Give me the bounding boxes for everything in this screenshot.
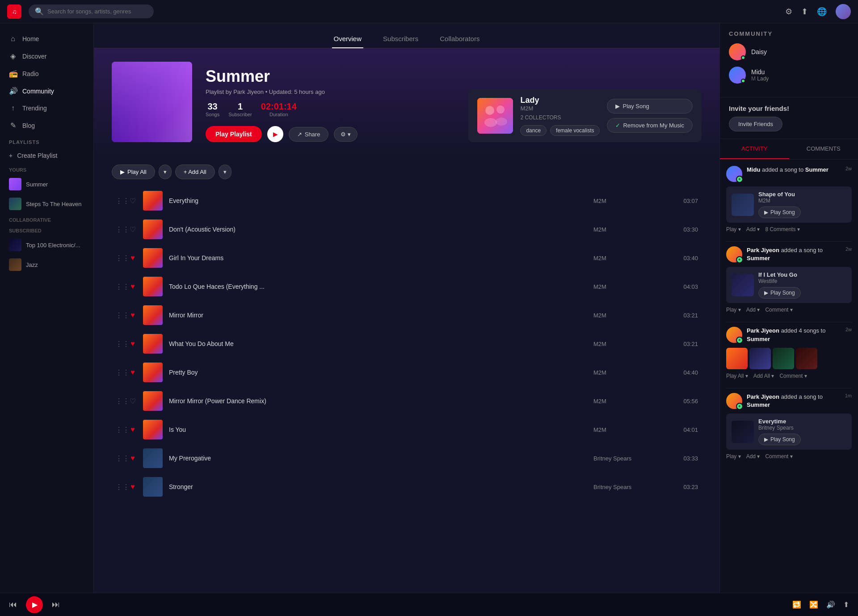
search-input[interactable] (47, 8, 147, 15)
song-thumb (143, 448, 163, 468)
shuffle-icon[interactable]: 🔀 (809, 600, 818, 609)
play-all-action[interactable]: Play All ▾ (726, 373, 748, 379)
heart-button[interactable]: ♥ (129, 311, 137, 319)
sidebar-item-radio[interactable]: 📻 Radio (0, 65, 93, 82)
sidebar-item-blog[interactable]: ✎ Blog (0, 117, 93, 134)
add-action[interactable]: Add ▾ (746, 307, 760, 313)
add-all-action[interactable]: Add All ▾ (753, 373, 774, 379)
song-row[interactable]: ⋮⋮ ♡ Everything M2M 03:07 (112, 186, 702, 215)
song-row[interactable]: ⋮⋮ ♥ My Prerogative Britney Spears 03:33 (112, 444, 702, 473)
sidebar-item-radio-label: Radio (22, 70, 39, 77)
prev-button[interactable]: ⏮ (9, 600, 17, 609)
song-row[interactable]: ⋮⋮ ♥ Is You M2M 04:01 (112, 415, 702, 444)
add-all-button[interactable]: + Add All (175, 165, 215, 179)
sidebar-item-community[interactable]: 🔊 Community (0, 82, 93, 100)
settings-icon[interactable]: ⚙ (785, 7, 792, 17)
play-small-icon: ▶ (764, 290, 768, 296)
heart-button[interactable]: ♥ (129, 254, 137, 262)
song-row[interactable]: ⋮⋮ ♥ Mirror Mirror M2M 03:21 (112, 301, 702, 329)
create-playlist-button[interactable]: + Create Playlist (0, 148, 93, 164)
heart-button[interactable]: ♡ (129, 197, 137, 205)
play-song-small-button[interactable]: ▶ Play Song (758, 434, 801, 445)
globe-icon[interactable]: 🌐 (817, 7, 827, 17)
play-all-button[interactable]: ▶ Play All (112, 165, 155, 179)
tab-overview[interactable]: Overview (332, 30, 364, 48)
search-bar[interactable]: 🔍 (29, 4, 154, 18)
comment-action[interactable]: Comment ▾ (765, 453, 792, 460)
play-circle-button[interactable]: ▶ (267, 126, 283, 142)
invite-friends-button[interactable]: Invite Friends (729, 117, 782, 131)
share-button[interactable]: ↗ Share (289, 127, 329, 142)
heart-button[interactable]: ♡ (129, 397, 137, 405)
drag-handle[interactable]: ⋮⋮ (115, 340, 122, 348)
song-card-title: Shape of You (758, 191, 846, 198)
heart-button[interactable]: ♥ (129, 483, 137, 491)
sidebar-playlist-jazz[interactable]: Jazz (0, 255, 93, 274)
upload-icon[interactable]: ⬆ (801, 7, 808, 17)
sidebar-playlist-summer[interactable]: Summer (0, 174, 93, 194)
drag-handle[interactable]: ⋮⋮ (115, 225, 122, 234)
drag-handle[interactable]: ⋮⋮ (115, 283, 122, 291)
repeat-icon[interactable]: 🔁 (792, 600, 801, 609)
sidebar-item-discover[interactable]: ◈ Discover (0, 47, 93, 65)
song-row[interactable]: ⋮⋮ ♡ Mirror Mirror (Power Dance Remix) M… (112, 387, 702, 415)
song-row[interactable]: ⋮⋮ ♥ Stronger Britney Spears 03:23 (112, 473, 702, 501)
next-button[interactable]: ⏭ (52, 600, 60, 609)
tab-activity[interactable]: ACTIVITY (720, 139, 789, 159)
drag-handle[interactable]: ⋮⋮ (115, 397, 122, 405)
drag-handle[interactable]: ⋮⋮ (115, 454, 122, 463)
drag-handle[interactable]: ⋮⋮ (115, 197, 122, 205)
add-action[interactable]: Add ▾ (746, 453, 760, 460)
tab-subscribers[interactable]: Subscribers (381, 30, 420, 48)
heart-button[interactable]: ♥ (129, 454, 137, 462)
play-playlist-button[interactable]: Play Playlist (206, 126, 262, 142)
drag-handle[interactable]: ⋮⋮ (115, 311, 122, 320)
tab-collaborators[interactable]: Collaborators (438, 30, 481, 48)
sidebar-playlist-top100[interactable]: Top 100 Electronic/... (0, 235, 93, 255)
drag-handle[interactable]: ⋮⋮ (115, 426, 122, 434)
playlist-settings-button[interactable]: ⚙ ▾ (334, 127, 358, 142)
song-row[interactable]: ⋮⋮ ♥ What You Do About Me M2M 03:21 (112, 329, 702, 358)
sidebar-item-trending[interactable]: ↑ Trending (0, 100, 93, 117)
drag-handle[interactable]: ⋮⋮ (115, 483, 122, 491)
top100-thumb (9, 239, 21, 251)
drag-handle[interactable]: ⋮⋮ (115, 368, 122, 377)
heart-button[interactable]: ♥ (129, 368, 137, 376)
activity-action: added a song to (762, 166, 805, 173)
song-title: Everything (169, 197, 587, 204)
play-action[interactable]: Play ▾ (726, 226, 741, 232)
play-action[interactable]: Play ▾ (726, 307, 741, 313)
add-action[interactable]: Add ▾ (746, 226, 760, 232)
comment-action[interactable]: Comment ▾ (779, 373, 807, 379)
heart-button[interactable]: ♡ (129, 225, 137, 234)
play-song-small-button[interactable]: ▶ Play Song (758, 207, 801, 218)
sidebar-playlist-steps[interactable]: Steps To The Heaven (0, 194, 93, 214)
heart-button[interactable]: ♥ (129, 283, 137, 291)
drag-handle[interactable]: ⋮⋮ (115, 254, 122, 262)
song-artist: M2M (593, 255, 665, 262)
play-all-dropdown[interactable]: ▾ (159, 165, 172, 179)
artist-band: M2M (520, 105, 600, 112)
heart-button[interactable]: ♥ (129, 426, 137, 434)
add-all-dropdown[interactable]: ▾ (219, 165, 231, 179)
tab-comments[interactable]: COMMENTS (789, 139, 858, 159)
heart-button[interactable]: ♥ (129, 340, 137, 348)
song-title: Mirror Mirror (Power Dance Remix) (169, 397, 587, 405)
song-row[interactable]: ⋮⋮ ♥ Pretty Boy M2M 04:40 (112, 358, 702, 387)
volume-icon[interactable]: 🔊 (826, 600, 835, 609)
playlist-title: Summer (206, 67, 455, 86)
song-row[interactable]: ⋮⋮ ♡ Don't (Acoustic Version) M2M 03:30 (112, 215, 702, 244)
play-song-button[interactable]: ▶ Play Song (607, 99, 693, 114)
comment-action[interactable]: Comment ▾ (765, 307, 792, 313)
sidebar-item-home[interactable]: ⌂ Home (0, 30, 93, 47)
song-thumb (143, 477, 163, 497)
comments-action[interactable]: 8 Comments ▾ (765, 226, 799, 232)
expand-icon[interactable]: ⬆ (843, 600, 849, 609)
play-button[interactable]: ▶ (26, 596, 43, 613)
song-row[interactable]: ⋮⋮ ♥ Girl In Your Dreams M2M 03:40 (112, 244, 702, 272)
remove-from-music-button[interactable]: ✓ Remove from My Music (607, 118, 693, 133)
play-action[interactable]: Play ▾ (726, 453, 741, 460)
song-row[interactable]: ⋮⋮ ♥ Todo Lo Que Haces (Everything ... M… (112, 272, 702, 301)
user-avatar[interactable] (836, 4, 851, 19)
play-song-small-button[interactable]: ▶ Play Song (758, 287, 801, 299)
